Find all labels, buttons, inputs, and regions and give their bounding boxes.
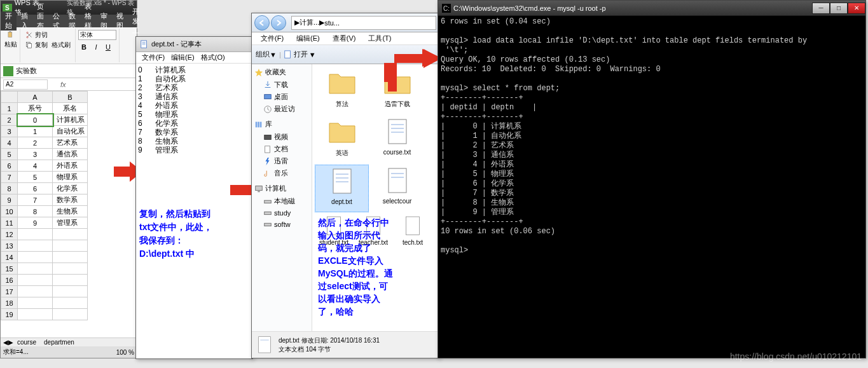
cell[interactable]: 物理系 bbox=[53, 172, 88, 183]
cell[interactable]: 系名 bbox=[53, 103, 88, 114]
cell[interactable] bbox=[18, 263, 53, 275]
tab-start[interactable]: 开始 bbox=[1, 11, 17, 31]
row-header[interactable]: 18 bbox=[1, 297, 18, 309]
row-header[interactable]: 7 bbox=[1, 172, 18, 183]
row-header[interactable]: 12 bbox=[1, 229, 18, 240]
cell[interactable]: 2 bbox=[18, 137, 53, 149]
cell[interactable] bbox=[18, 252, 53, 263]
sidebar-item-video[interactable]: 视频 bbox=[252, 131, 312, 143]
doc-tab[interactable]: 实验数 bbox=[16, 66, 37, 76]
cell[interactable] bbox=[18, 229, 53, 240]
cell[interactable]: 通信系 bbox=[53, 149, 88, 160]
sidebar-item-thunder[interactable]: 迅雷 bbox=[252, 155, 312, 167]
file-item[interactable]: course.txt bbox=[370, 116, 424, 163]
sidebar-libraries[interactable]: 库 bbox=[252, 118, 312, 131]
paste-button[interactable] bbox=[4, 30, 17, 40]
maximize-button[interactable]: □ bbox=[830, 3, 848, 14]
menu-file[interactable]: 文件(F) bbox=[254, 34, 290, 43]
cell[interactable] bbox=[53, 263, 88, 275]
cell-ref-input[interactable] bbox=[3, 79, 48, 90]
menu-edit[interactable]: 编辑(E) bbox=[168, 53, 198, 62]
row-header[interactable]: 19 bbox=[1, 309, 18, 320]
forward-button[interactable] bbox=[271, 15, 286, 31]
copy-button[interactable]: 复制格式刷 bbox=[23, 40, 72, 50]
col-header-b[interactable]: B bbox=[53, 92, 88, 103]
row-header[interactable]: 2 bbox=[1, 114, 18, 126]
cell[interactable] bbox=[18, 275, 53, 286]
cell[interactable]: 6 bbox=[18, 183, 53, 194]
back-button[interactable] bbox=[254, 15, 270, 31]
menu-format[interactable]: 格式(O) bbox=[198, 53, 228, 62]
sidebar-favorites[interactable]: 收藏夹 bbox=[252, 65, 312, 79]
cell[interactable]: 7 bbox=[18, 194, 53, 206]
minimize-button[interactable]: ─ bbox=[812, 3, 830, 14]
sheet-tab-dept[interactable]: departmen bbox=[40, 339, 78, 346]
row-header[interactable]: 14 bbox=[1, 252, 18, 263]
row-header[interactable]: 6 bbox=[1, 160, 18, 172]
sidebar-item-desktop[interactable]: 桌面 bbox=[252, 91, 312, 103]
sidebar-computer[interactable]: 计算机 bbox=[252, 182, 312, 195]
breadcrumb-item[interactable]: stu... bbox=[324, 19, 340, 27]
folder-item[interactable]: 算法 bbox=[315, 67, 369, 114]
cell[interactable] bbox=[53, 309, 88, 320]
row-header[interactable]: 13 bbox=[1, 240, 18, 252]
sidebar-item-recent[interactable]: 最近访 bbox=[252, 103, 312, 115]
cell[interactable] bbox=[53, 286, 88, 297]
cell[interactable] bbox=[53, 275, 88, 286]
cell[interactable]: 系号 bbox=[18, 103, 53, 114]
cell[interactable]: 计算机系 bbox=[53, 114, 88, 126]
row-header[interactable]: 8 bbox=[1, 183, 18, 194]
cell[interactable]: 0 bbox=[18, 114, 53, 126]
menu-view[interactable]: 查看(V) bbox=[326, 34, 362, 43]
file-item-selected[interactable]: dept.txt bbox=[315, 165, 369, 212]
row-header[interactable]: 11 bbox=[1, 217, 18, 229]
organize-button[interactable]: 组织 bbox=[256, 50, 270, 59]
col-header-a[interactable]: A bbox=[18, 92, 53, 103]
cmd-output[interactable]: 6 rows in set (0.04 sec) mysql> load dat… bbox=[438, 16, 865, 257]
sidebar-item-doc[interactable]: 文档 bbox=[252, 143, 312, 155]
sidebar-item-softw[interactable]: softw bbox=[252, 219, 312, 230]
row-header[interactable]: 1 bbox=[1, 103, 18, 114]
wps-grid[interactable]: AB 1系号系名 20计算机系 31自动化系 42艺术系 53通信系 64外语系… bbox=[1, 91, 137, 320]
sheet-tab-course[interactable]: course bbox=[13, 339, 40, 346]
fx-label[interactable]: fx bbox=[60, 81, 66, 88]
cut-button[interactable]: 剪切 bbox=[23, 30, 72, 40]
tab-view[interactable]: 视图 bbox=[112, 11, 128, 31]
cell[interactable] bbox=[18, 286, 53, 297]
row-header[interactable]: 4 bbox=[1, 137, 18, 149]
cell[interactable]: 管理系 bbox=[53, 217, 88, 229]
cell[interactable]: 艺术系 bbox=[53, 137, 88, 149]
cell[interactable]: 9 bbox=[18, 217, 53, 229]
tab-review[interactable]: 审阅 bbox=[96, 11, 112, 31]
cell[interactable] bbox=[53, 240, 88, 252]
cell[interactable]: 4 bbox=[18, 160, 53, 172]
row-header[interactable]: 5 bbox=[1, 149, 18, 160]
cell[interactable]: 化学系 bbox=[53, 183, 88, 194]
tab-formula[interactable]: 公式 bbox=[48, 11, 64, 31]
font-select[interactable] bbox=[78, 30, 116, 40]
row-header[interactable]: 9 bbox=[1, 194, 18, 206]
cell[interactable]: 生物系 bbox=[53, 206, 88, 217]
sidebar-item-music[interactable]: 音乐 bbox=[252, 167, 312, 179]
cell[interactable]: 5 bbox=[18, 172, 53, 183]
brush-label[interactable]: 格式刷 bbox=[52, 41, 71, 50]
row-header[interactable]: 16 bbox=[1, 275, 18, 286]
tab-data[interactable]: 数据 bbox=[64, 11, 80, 31]
row-header[interactable]: 10 bbox=[1, 206, 18, 217]
cell[interactable]: 数学系 bbox=[53, 194, 88, 206]
row-header[interactable]: 15 bbox=[1, 263, 18, 275]
row-header[interactable]: 3 bbox=[1, 126, 18, 137]
tab-insert[interactable]: 插入 bbox=[17, 11, 32, 31]
file-item[interactable]: selectcour bbox=[370, 165, 424, 212]
cell[interactable]: 3 bbox=[18, 149, 53, 160]
bold-button[interactable]: B bbox=[78, 41, 90, 53]
cell[interactable] bbox=[53, 229, 88, 240]
breadcrumb-item[interactable]: 计算... bbox=[300, 18, 319, 27]
underline-button[interactable]: U bbox=[102, 41, 114, 53]
scroll-right-icon[interactable]: ▶ bbox=[8, 339, 13, 346]
cell[interactable]: 1 bbox=[18, 126, 53, 137]
cell[interactable]: 8 bbox=[18, 206, 53, 217]
status-zoom[interactable]: 100 % bbox=[116, 349, 134, 356]
folder-item[interactable]: 英语 bbox=[315, 116, 369, 163]
notepad-text-area[interactable]: 0 计算机系 1 自动化系 2 艺术系 3 通信系 4 外语系 5 物理系 6 … bbox=[136, 64, 252, 156]
